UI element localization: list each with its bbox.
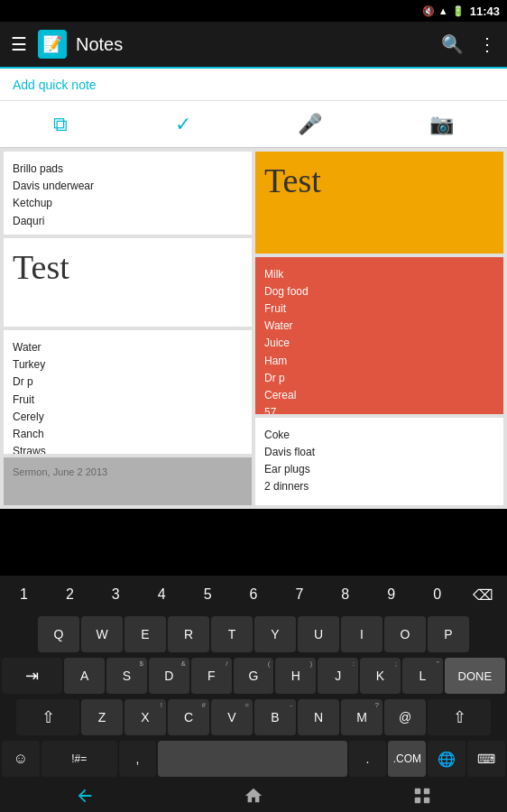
- key-g[interactable]: G(: [234, 658, 274, 694]
- note-card-3[interactable]: WaterTurkeyDr pFruitCerelyRanchStraws: [4, 330, 252, 454]
- comma-key[interactable]: ,: [119, 741, 157, 777]
- note-card-7-text: CokeDavis floatEar plugs2 dinners: [264, 427, 494, 496]
- camera-button[interactable]: 📷: [411, 106, 472, 143]
- recents-button[interactable]: [412, 786, 432, 806]
- key-1[interactable]: 1: [2, 578, 46, 611]
- key-j[interactable]: J:: [318, 658, 358, 694]
- notes-logo-icon: 📝: [42, 34, 62, 54]
- quick-note-bar[interactable]: Add quick note: [0, 69, 507, 101]
- row-bottom: ☺ !#= , . .COM 🌐 ⌨: [0, 738, 507, 780]
- key-s[interactable]: S$: [106, 658, 147, 694]
- note-card-6-text: MilkDog foodFruitWaterJuiceHamDr pCereal…: [264, 266, 494, 414]
- note-card-7[interactable]: CokeDavis floatEar plugs2 dinners: [255, 418, 503, 505]
- status-time: 11:43: [470, 5, 500, 18]
- key-8[interactable]: 8: [323, 578, 367, 611]
- note-card-2[interactable]: Test: [4, 238, 252, 327]
- key-r[interactable]: R: [168, 616, 209, 652]
- key-4[interactable]: 4: [140, 578, 184, 611]
- key-q[interactable]: Q: [38, 616, 79, 652]
- note-card-2-title: Test: [13, 247, 243, 287]
- key-2[interactable]: 2: [48, 578, 92, 611]
- app-title: Notes: [76, 34, 441, 55]
- key-5[interactable]: 5: [186, 578, 230, 611]
- symbols-key[interactable]: !#=: [41, 741, 117, 777]
- toolbar: ⧉ ✓ 🎤 📷: [0, 101, 507, 148]
- key-9[interactable]: 9: [369, 578, 413, 611]
- key-o[interactable]: O: [384, 616, 426, 652]
- bottom-nav: [0, 780, 507, 812]
- key-p[interactable]: P: [428, 616, 469, 652]
- key-at[interactable]: @: [384, 699, 426, 735]
- key-6[interactable]: 6: [232, 578, 276, 611]
- dot-key[interactable]: .: [349, 741, 387, 777]
- top-bar: ☰ 📝 Notes 🔍 ⋮: [0, 22, 507, 69]
- dot-com-key[interactable]: .COM: [388, 741, 426, 777]
- note-card-4[interactable]: Sermon, June 2 2013: [4, 457, 252, 505]
- key-i[interactable]: I: [341, 616, 383, 652]
- emoji-key[interactable]: ☺: [2, 741, 40, 777]
- note-card-5-title: Test: [264, 161, 494, 200]
- row-qwerty: Q W E R T Y U I O P: [0, 614, 507, 655]
- note-card-5[interactable]: Test: [255, 152, 503, 254]
- key-b[interactable]: B-: [254, 699, 296, 735]
- key-e[interactable]: E: [124, 616, 166, 652]
- check-icon: ✓: [175, 113, 191, 136]
- note-card-1[interactable]: Brillo padsDavis underwearKetchupDaquri: [4, 152, 252, 235]
- key-l[interactable]: L": [402, 658, 443, 694]
- wifi-icon: ▲: [438, 5, 448, 16]
- check-button[interactable]: ✓: [157, 106, 209, 143]
- paste-button[interactable]: ⧉: [35, 106, 86, 143]
- notes-col-2: Test MilkDog foodFruitWaterJuiceHamDr pC…: [255, 152, 503, 505]
- app-icon: 📝: [38, 30, 67, 59]
- key-u[interactable]: U: [298, 616, 339, 652]
- note-card-4-date: Sermon, June 2 2013: [13, 466, 243, 477]
- key-h[interactable]: H): [275, 658, 316, 694]
- key-7[interactable]: 7: [277, 578, 321, 611]
- search-icon[interactable]: 🔍: [441, 33, 464, 55]
- top-actions: 🔍 ⋮: [441, 33, 496, 55]
- key-0[interactable]: 0: [415, 578, 459, 611]
- keyboard: 1 2 3 4 5 6 7 8 9 0 ⌫ Q W E R T Y U I O …: [0, 576, 507, 780]
- status-bar: 🔇 ▲ 🔋 11:43: [0, 0, 507, 22]
- back-button[interactable]: [75, 786, 95, 806]
- battery-icon: 🔋: [452, 5, 465, 17]
- quick-note-label: Add quick note: [13, 78, 97, 92]
- done-key[interactable]: DONE: [445, 658, 505, 694]
- key-f[interactable]: F/: [191, 658, 232, 694]
- key-m[interactable]: M?: [341, 699, 383, 735]
- key-x[interactable]: X!: [124, 699, 166, 735]
- key-z[interactable]: Z: [81, 699, 123, 735]
- shift-key-right[interactable]: ⇧: [428, 699, 491, 735]
- mic-button[interactable]: 🎤: [280, 106, 340, 143]
- spacebar[interactable]: [158, 741, 346, 777]
- key-w[interactable]: W: [81, 616, 123, 652]
- svg-rect-1: [424, 789, 429, 794]
- tab-key[interactable]: ⇥: [2, 658, 62, 694]
- row-zxcv: ⇧ Z X! C# V= B- N M? @ ⇧: [0, 697, 507, 738]
- shift-key[interactable]: ⇧: [16, 699, 79, 735]
- key-n[interactable]: N: [298, 699, 339, 735]
- menu-icon[interactable]: ☰: [11, 33, 27, 55]
- paste-icon: ⧉: [53, 113, 68, 136]
- key-a[interactable]: A: [64, 658, 105, 694]
- backspace-key[interactable]: ⌫: [461, 578, 505, 611]
- language-key[interactable]: 🌐: [428, 741, 466, 777]
- key-y[interactable]: Y: [254, 616, 296, 652]
- notes-area: Brillo padsDavis underwearKetchupDaquri …: [0, 148, 507, 509]
- key-c[interactable]: C#: [168, 699, 209, 735]
- key-3[interactable]: 3: [94, 578, 138, 611]
- more-options-icon[interactable]: ⋮: [478, 33, 496, 55]
- key-d[interactable]: D&: [149, 658, 189, 694]
- home-button[interactable]: [244, 786, 263, 806]
- key-t[interactable]: T: [211, 616, 253, 652]
- svg-rect-3: [424, 798, 429, 803]
- key-k[interactable]: K;: [360, 658, 401, 694]
- notes-col-1: Brillo padsDavis underwearKetchupDaquri …: [4, 152, 252, 505]
- keyboard-settings-key[interactable]: ⌨: [467, 741, 505, 777]
- key-v[interactable]: V=: [211, 699, 253, 735]
- status-icons: 🔇 ▲ 🔋: [422, 5, 465, 17]
- mute-icon: 🔇: [422, 5, 435, 17]
- note-card-1-text: Brillo padsDavis underwearKetchupDaquri: [13, 161, 243, 230]
- note-card-6[interactable]: MilkDog foodFruitWaterJuiceHamDr pCereal…: [255, 257, 503, 414]
- note-card-3-text: WaterTurkeyDr pFruitCerelyRanchStraws: [13, 339, 243, 454]
